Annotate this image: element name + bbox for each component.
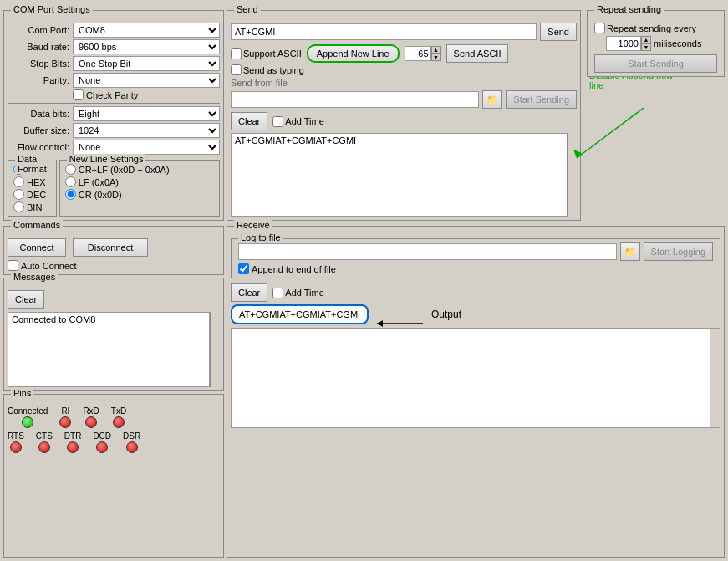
new-line-settings-panel: New Line Settings CR+LF (0x0D + 0x0A) LF…: [59, 160, 220, 217]
buffer-size-label: Buffer size:: [8, 125, 73, 135]
log-to-file-title: Log to file: [238, 232, 283, 242]
parity-select[interactable]: None: [73, 73, 220, 88]
com-port-settings-panel: COM Port Settings Com Port: COM8 Baud ra…: [3, 10, 224, 221]
receive-scrollbar[interactable]: [710, 329, 720, 427]
ri-label: RI: [61, 406, 69, 416]
annotation-arrow: [560, 83, 694, 166]
log-browse-button[interactable]: 📁: [620, 242, 640, 261]
data-bits-label: Data bits:: [8, 109, 73, 119]
dtr-label: DTR: [64, 431, 82, 441]
dcd-pin: DCD: [93, 431, 111, 453]
size-input-wrap: ▲ ▼: [405, 46, 441, 61]
cts-led: [38, 441, 50, 453]
baud-rate-label: Baud rate:: [8, 42, 73, 52]
hex-radio[interactable]: HEX: [13, 176, 51, 187]
crlf-radio[interactable]: CR+LF (0x0D + 0x0A): [65, 164, 214, 175]
rxd-label: RxD: [83, 406, 99, 416]
connected-led: [22, 416, 33, 428]
ri-led: [59, 416, 71, 428]
log-file-path-input[interactable]: [238, 243, 617, 260]
file-path-input[interactable]: [231, 91, 479, 108]
data-bits-select[interactable]: Eight: [73, 106, 220, 121]
dcd-led: [96, 441, 108, 453]
parity-label: Parity:: [8, 75, 73, 85]
append-to-end-checkbox[interactable]: Append to end of file: [238, 263, 713, 274]
com-port-label: Com Port:: [8, 25, 73, 35]
repeat-up-btn[interactable]: ▲: [641, 36, 651, 43]
repeat-down-btn[interactable]: ▼: [641, 43, 651, 51]
com-port-settings-title: COM Port Settings: [11, 4, 93, 14]
buffer-size-select[interactable]: 1024: [73, 123, 220, 138]
disconnect-button[interactable]: Disconnect: [73, 238, 148, 257]
dec-radio[interactable]: DEC: [13, 189, 51, 200]
repeat-start-sending-button[interactable]: Start Sending: [594, 54, 717, 73]
dsr-pin: DSR: [123, 431, 140, 453]
receive-add-time-checkbox[interactable]: Add Time: [272, 288, 323, 298]
pins-title: Pins: [11, 388, 33, 398]
add-time-checkbox[interactable]: Add Time: [272, 116, 323, 127]
output-annotation-label: Output: [431, 309, 461, 320]
bin-radio[interactable]: BIN: [13, 201, 51, 212]
support-ascii-checkbox[interactable]: Support ASCII: [231, 48, 302, 59]
flow-control-select[interactable]: None: [73, 140, 220, 155]
browse-button[interactable]: 📁: [482, 90, 502, 109]
new-line-settings-title: New Line Settings: [67, 154, 146, 164]
txd-pin: TxD: [111, 406, 126, 428]
repeat-interval-input: 1000 ▲ ▼: [606, 36, 651, 51]
send-panel: Send AT+CGMI Send Support ASCII Append N…: [227, 10, 581, 221]
dsr-led: [126, 441, 138, 453]
receive-clear-button[interactable]: Clear: [231, 283, 267, 302]
size-input[interactable]: [405, 46, 431, 61]
send-content-area[interactable]: AT+CGMIAT+CGMIAT+CGMI: [231, 133, 577, 217]
cr-radio[interactable]: CR (0x0D): [65, 189, 214, 200]
messages-area[interactable]: Connected to COM8: [8, 312, 210, 387]
auto-connect-checkbox[interactable]: Auto Connect: [8, 260, 220, 271]
send-ascii-button[interactable]: Send ASCII: [446, 44, 509, 63]
rts-pin: RTS: [8, 431, 24, 453]
connect-button[interactable]: Connect: [8, 238, 66, 257]
start-sending-button[interactable]: Start Sending: [506, 90, 577, 109]
dcd-label: DCD: [93, 431, 111, 441]
repeat-sending-checkbox[interactable]: Repeat sending every: [594, 23, 717, 33]
size-up-btn[interactable]: ▲: [431, 46, 441, 54]
receive-panel: Receive Log to file 📁 Start Logging Appe…: [227, 226, 725, 558]
connected-label: Connected: [8, 406, 48, 416]
stop-bits-label: Stop Bits:: [8, 59, 73, 69]
com-port-select[interactable]: COM8: [73, 23, 220, 38]
commands-title: Commands: [11, 220, 63, 230]
receive-content-highlight: AT+CGMIAT+CGMIAT+CGMI: [231, 304, 369, 324]
send-text-input[interactable]: AT+CGMI: [231, 23, 537, 40]
baud-rate-select[interactable]: 9600 bps: [73, 39, 220, 54]
messages-title: Messages: [11, 272, 58, 282]
ri-pin: RI: [59, 406, 71, 428]
send-clear-button[interactable]: Clear: [231, 112, 267, 130]
messages-scrollbar[interactable]: [210, 312, 220, 387]
receive-area[interactable]: [231, 328, 720, 428]
svg-marker-3: [377, 320, 383, 327]
stop-bits-select[interactable]: One Stop Bit: [73, 56, 220, 71]
dtr-pin: DTR: [64, 431, 82, 453]
dtr-led: [67, 441, 79, 453]
append-new-line-button[interactable]: Append New Line: [307, 44, 400, 63]
cts-pin: CTS: [36, 431, 53, 453]
dsr-label: DSR: [123, 431, 140, 441]
data-format-panel: Data Format ASCII HEX DEC BIN: [8, 160, 57, 217]
send-scrollbar[interactable]: [567, 133, 577, 217]
send-panel-title: Send: [234, 4, 261, 14]
check-parity-checkbox[interactable]: Check Parity: [73, 89, 220, 100]
start-logging-button[interactable]: Start Logging: [644, 242, 713, 261]
connected-pin: Connected: [8, 406, 48, 428]
lf-radio[interactable]: LF (0x0A): [65, 176, 214, 187]
send-from-file-label: Send from file: [231, 78, 288, 88]
repeat-sending-title: Repeat sending: [594, 4, 664, 14]
send-as-typing-checkbox[interactable]: Send as typing: [231, 64, 304, 75]
repeat-value-input[interactable]: 1000: [606, 36, 641, 51]
messages-clear-button[interactable]: Clear: [8, 290, 44, 309]
data-format-title: Data Format: [15, 154, 56, 174]
miliseconds-label: miliseconds: [654, 38, 701, 48]
txd-led: [113, 416, 125, 428]
size-down-btn[interactable]: ▼: [431, 54, 441, 61]
send-button[interactable]: Send: [540, 23, 577, 41]
flow-control-label: Flow control:: [8, 142, 73, 152]
log-to-file-panel: Log to file 📁 Start Logging Append to en…: [231, 238, 720, 278]
